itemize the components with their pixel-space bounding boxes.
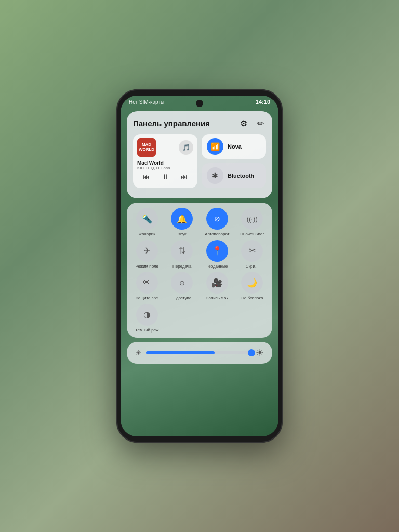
tile-screenshot[interactable]: ✂ Скри... <box>236 240 269 269</box>
status-right: 14:10 <box>256 99 270 105</box>
eye-protection-icon: 👁 <box>136 272 158 294</box>
tiles-row-4: ◑ Темный реж <box>131 304 268 333</box>
album-art: MADWORLD <box>137 138 156 157</box>
tiles-row-2: ✈ Режим поле ⇅ Передача 📍 Геоданные ✂ Ск… <box>131 240 268 269</box>
brightness-min-icon: ☀ <box>135 349 142 357</box>
track-title: Mad World <box>137 160 193 166</box>
phone-screen: Нет SIM-карты 14:10 Панель управления ⚙ … <box>121 96 278 436</box>
screen-record-label: Запись с эк <box>206 296 228 301</box>
geodata-label: Геоданные <box>206 264 228 269</box>
bluetooth-tile[interactable]: ✱ Bluetooth <box>202 163 266 188</box>
music-info: Mad World KILLTEQ, D.Hash <box>137 160 193 170</box>
tiles-row-1: 🔦 Фонарик 🔔 Звук ⊘ Автоповорот ((·)) Hua… <box>131 208 268 237</box>
control-panel: Панель управления ⚙ ✏ MADWORLD <box>127 111 272 198</box>
dark-mode-label: Темный реж <box>135 328 158 333</box>
hotspot-icon: ⊙ <box>171 272 193 294</box>
bluetooth-label: Bluetooth <box>228 172 254 179</box>
track-artist: KILLTEQ, D.Hash <box>137 166 193 170</box>
panel-header-icons: ⚙ ✏ <box>238 117 266 129</box>
wifi-tile[interactable]: 📶 Nova <box>202 134 266 159</box>
prev-button[interactable]: ⏮ <box>143 172 150 181</box>
tile-sound[interactable]: 🔔 Звук <box>166 208 198 237</box>
transfer-label: Передача <box>172 264 191 269</box>
music-top: MADWORLD 🎵 <box>137 138 193 157</box>
screenshot-icon: ✂ <box>241 240 263 262</box>
panel-title: Панель управления <box>133 119 210 128</box>
music-wave-icon: 🎵 <box>179 140 193 155</box>
autorotate-label: Автоповорот <box>205 232 229 237</box>
brightness-track[interactable] <box>146 351 251 354</box>
tile-dnd[interactable]: 🌙 Не беспоко <box>236 272 269 301</box>
airplane-label: Режим поле <box>135 264 158 269</box>
tile-eye-protection[interactable]: 👁 Защита зре <box>131 272 163 301</box>
settings-icon[interactable]: ⚙ <box>238 117 249 129</box>
flashlight-label: Фонарик <box>139 232 155 237</box>
wifi-icon: 📶 <box>207 138 223 155</box>
dnd-label: Не беспоко <box>241 296 263 301</box>
music-tile[interactable]: MADWORLD 🎵 Mad World KILLTEQ, D.Hash ⏮ ⏸… <box>133 134 197 188</box>
brightness-bar: ☀ ☀ <box>127 342 272 364</box>
quick-tiles-panel: 🔦 Фонарик 🔔 Звук ⊘ Автоповорот ((·)) Hua… <box>127 203 272 338</box>
wifi-label: Nova <box>228 143 242 150</box>
tile-transfer[interactable]: ⇅ Передача <box>166 240 198 269</box>
sound-label: Звук <box>178 232 186 237</box>
sim-status: Нет SIM-карты <box>129 99 164 105</box>
top-tiles: MADWORLD 🎵 Mad World KILLTEQ, D.Hash ⏮ ⏸… <box>133 134 266 188</box>
autorotate-icon: ⊘ <box>206 208 228 230</box>
brightness-thumb[interactable] <box>248 349 255 356</box>
right-tiles: 📶 Nova ✱ Bluetooth <box>202 134 266 188</box>
hotspot-label: ...доступа <box>172 296 191 301</box>
eye-protection-label: Защита зре <box>136 296 158 301</box>
tile-flashlight[interactable]: 🔦 Фонарик <box>131 208 163 237</box>
dnd-icon: 🌙 <box>241 272 263 294</box>
dark-mode-icon: ◑ <box>136 304 158 326</box>
screenshot-label: Скри... <box>246 264 259 269</box>
pause-button[interactable]: ⏸ <box>162 172 169 181</box>
tile-autorotate[interactable]: ⊘ Автоповорот <box>201 208 233 237</box>
brightness-max-icon: ☀ <box>256 347 264 358</box>
tiles-row-3: 👁 Защита зре ⊙ ...доступа 🎥 Запись с эк … <box>131 272 268 301</box>
tile-dark-mode[interactable]: ◑ Темный реж <box>131 304 163 333</box>
tile-airplane[interactable]: ✈ Режим поле <box>131 240 163 269</box>
time: 14:10 <box>256 99 270 105</box>
airplane-icon: ✈ <box>136 240 158 262</box>
huawei-share-icon: ((·)) <box>241 208 263 230</box>
tile-screen-record[interactable]: 🎥 Запись с эк <box>201 272 233 301</box>
geodata-icon: 📍 <box>206 240 228 262</box>
screen-record-icon: 🎥 <box>206 272 228 294</box>
sound-icon: 🔔 <box>171 208 193 230</box>
music-controls: ⏮ ⏸ ⏭ <box>137 172 193 181</box>
tile-hotspot[interactable]: ⊙ ...доступа <box>166 272 198 301</box>
tile-huawei-share[interactable]: ((·)) Huawei Shar <box>236 208 269 237</box>
phone: Нет SIM-карты 14:10 Панель управления ⚙ … <box>116 89 283 443</box>
transfer-icon: ⇅ <box>171 240 193 262</box>
tile-geodata[interactable]: 📍 Геоданные <box>201 240 233 269</box>
next-button[interactable]: ⏭ <box>180 172 188 181</box>
brightness-fill <box>146 351 215 354</box>
bluetooth-icon: ✱ <box>207 167 223 184</box>
front-camera <box>196 100 203 107</box>
flashlight-icon: 🔦 <box>136 208 158 230</box>
panel-header: Панель управления ⚙ ✏ <box>133 117 266 129</box>
scene: Нет SIM-карты 14:10 Панель управления ⚙ … <box>0 0 399 532</box>
edit-icon[interactable]: ✏ <box>255 117 266 129</box>
huawei-share-label: Huawei Shar <box>240 232 264 237</box>
